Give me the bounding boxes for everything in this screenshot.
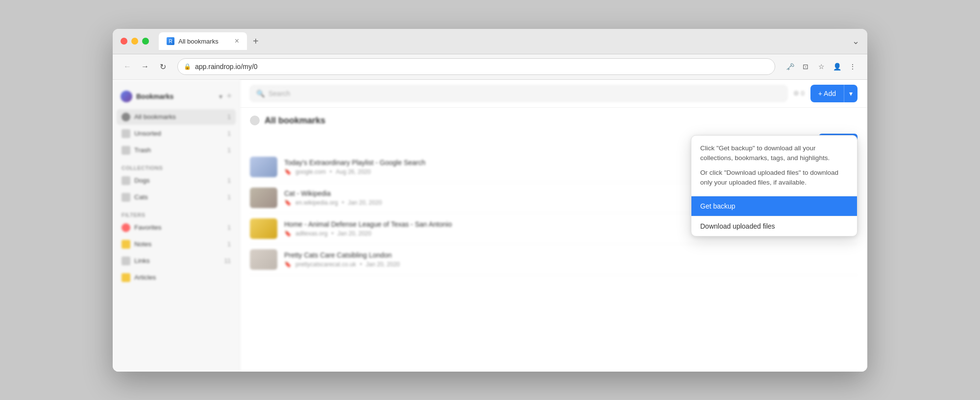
title-bar: R All bookmarks × + ⌄ xyxy=(113,29,867,54)
window-expand-icon[interactable]: ⌄ xyxy=(852,36,859,47)
bookmark-thumbnail xyxy=(250,157,277,177)
bookmark-type-icon: 🔖 xyxy=(284,199,292,206)
page-title: All bookmarks xyxy=(265,116,325,126)
close-button[interactable] xyxy=(121,38,127,45)
sidebar-item-notes[interactable]: Notes 1 xyxy=(117,236,236,252)
filter-count: ⚙ 0 xyxy=(793,90,805,97)
get-backup-label: Get backup xyxy=(700,202,735,210)
download-uploaded-files-option[interactable]: Download uploaded files xyxy=(691,216,857,236)
bookmark-meta: 🔖 prettycatscarecat.co.uk • Jan 20, 2020 xyxy=(284,261,858,268)
sidebar-item-dogs-label: Dogs xyxy=(134,177,150,184)
passwords-icon[interactable]: 🗝️ xyxy=(783,60,797,73)
sidebar-item-links[interactable]: Links 11 xyxy=(117,253,236,269)
content-header: All bookmarks xyxy=(250,116,858,126)
bookmark-title: Pretty Cats Care Catsibling London xyxy=(284,251,858,259)
tab-close-icon[interactable]: × xyxy=(235,37,239,45)
add-button-label: + Add xyxy=(818,90,836,97)
bookmark-type-icon: 🔖 xyxy=(284,261,292,268)
bookmark-source: prettycatscarecat.co.uk xyxy=(295,261,356,268)
traffic-lights xyxy=(121,38,149,45)
bookmark-item[interactable]: Pretty Cats Care Catsibling London 🔖 pre… xyxy=(250,244,858,275)
sidebar-item-articles[interactable]: Articles xyxy=(117,270,236,285)
add-button[interactable]: + Add xyxy=(810,85,844,102)
sidebar-item-cats[interactable]: Cats 1 xyxy=(117,189,236,205)
bookmark-bullet: • xyxy=(331,230,333,237)
address-bar[interactable]: 🔒 app.raindrop.io/my/0 xyxy=(177,58,775,75)
back-icon: ← xyxy=(123,62,131,71)
bookmark-date: Jan 20, 2020 xyxy=(366,261,400,268)
maximize-button[interactable] xyxy=(142,38,149,45)
menu-icon[interactable]: ⋮ xyxy=(846,60,859,73)
sidebar-item-cats-label: Cats xyxy=(134,193,148,201)
main-content: 🔍 Search ⚙ 0 + Add ▾ All bookmarks xyxy=(240,80,867,372)
bookmark-date: Jan 20, 2020 xyxy=(338,230,371,237)
sidebar-item-notes-label: Notes xyxy=(134,240,151,248)
bookmark-source: en.wikipedia.org xyxy=(295,199,338,206)
search-icon: 🔍 xyxy=(256,90,265,97)
get-backup-option[interactable]: Get backup xyxy=(691,196,857,216)
sidebar-item-dogs[interactable]: Dogs 1 xyxy=(117,173,236,188)
add-dropdown-button[interactable]: ▾ xyxy=(844,85,858,102)
app-logo xyxy=(121,91,132,102)
nav-icons-right: 🗝️ ⊡ ☆ 👤 ⋮ xyxy=(783,60,859,73)
bookmark-bullet: • xyxy=(342,199,344,206)
sidebar-item-links-label: Links xyxy=(134,257,150,264)
dropdown-desc-1: Click "Get backup" to download all your … xyxy=(700,143,848,164)
sidebar-item-all-label: All bookmarks xyxy=(134,113,176,120)
content-area: All bookmarks 🕐 By date ↓ ☰ List ⬇ xyxy=(240,108,867,372)
bookmark-bullet: • xyxy=(360,261,362,268)
browser-window: R All bookmarks × + ⌄ ← → ↻ 🔒 app.raindr… xyxy=(113,29,867,372)
reload-button[interactable]: ↻ xyxy=(156,60,170,73)
sidebar-filters-heading: Filters xyxy=(117,206,236,220)
bookmark-type-icon: 🔖 xyxy=(284,230,292,237)
forward-button[interactable]: → xyxy=(138,60,152,73)
add-button-group: + Add ▾ xyxy=(810,85,858,102)
tab-favicon-letter: R xyxy=(169,39,172,44)
sidebar-item-all-bookmarks[interactable]: All bookmarks 1 xyxy=(117,109,236,125)
export-dropdown: Click "Get backup" to download all your … xyxy=(691,135,858,236)
security-icon: 🔒 xyxy=(184,63,191,70)
sidebar-app-title: Bookmarks xyxy=(136,93,217,100)
tab-favicon: R xyxy=(167,37,174,45)
bookmark-type-icon: 🔖 xyxy=(284,168,292,175)
sidebar-collections-heading: Collections xyxy=(117,159,236,173)
bookmark-thumbnail xyxy=(250,218,277,239)
tab-bar: R All bookmarks × + xyxy=(159,32,859,50)
search-box[interactable]: 🔍 Search xyxy=(250,85,787,102)
dropdown-desc-2: Or click "Download uploaded files" to do… xyxy=(700,168,848,188)
nav-bar: ← → ↻ 🔒 app.raindrop.io/my/0 🗝️ ⊡ ☆ 👤 ⋮ xyxy=(113,54,867,80)
address-text: app.raindrop.io/my/0 xyxy=(195,63,769,71)
download-files-label: Download uploaded files xyxy=(700,222,775,230)
sidebar-item-unsorted[interactable]: Unsorted 1 xyxy=(117,126,236,141)
tab-title: All bookmarks xyxy=(178,38,231,45)
sidebar-item-unsorted-label: Unsorted xyxy=(134,130,161,137)
dropdown-description: Click "Get backup" to download all your … xyxy=(691,136,857,196)
screenshot-icon[interactable]: ⊡ xyxy=(799,60,812,73)
app-content: Bookmarks ▾ + All bookmarks 1 Unsorted 1… xyxy=(113,80,867,372)
bookmark-date: Jan 20, 2020 xyxy=(348,199,382,206)
sidebar-header: Bookmarks ▾ + xyxy=(117,88,236,105)
bookmark-source: google.com xyxy=(295,168,326,175)
sidebar: Bookmarks ▾ + All bookmarks 1 Unsorted 1… xyxy=(113,80,240,372)
minimize-button[interactable] xyxy=(131,38,138,45)
profile-icon[interactable]: 👤 xyxy=(830,60,844,73)
active-tab[interactable]: R All bookmarks × xyxy=(159,32,247,50)
sidebar-item-favorites-label: Favorites xyxy=(134,224,162,231)
bookmark-thumbnail xyxy=(250,188,277,208)
search-placeholder: Search xyxy=(269,90,290,97)
bookmark-source: adltexas.org xyxy=(295,230,327,237)
back-button[interactable]: ← xyxy=(121,60,134,73)
bookmark-thumbnail xyxy=(250,249,277,270)
bookmark-star-icon[interactable]: ☆ xyxy=(814,60,828,73)
sidebar-item-trash[interactable]: Trash 1 xyxy=(117,142,236,158)
bookmark-date: Aug 26, 2020 xyxy=(336,168,370,175)
sidebar-item-articles-label: Articles xyxy=(134,274,156,281)
new-tab-button[interactable]: + xyxy=(251,34,261,49)
sidebar-item-favorites[interactable]: Favorites 1 xyxy=(117,220,236,235)
forward-icon: → xyxy=(141,62,149,71)
bookmark-bullet: • xyxy=(330,168,332,175)
bookmark-info: Pretty Cats Care Catsibling London 🔖 pre… xyxy=(284,251,858,268)
reload-icon: ↻ xyxy=(160,62,166,71)
main-toolbar: 🔍 Search ⚙ 0 + Add ▾ xyxy=(240,80,867,108)
sidebar-item-trash-label: Trash xyxy=(134,146,151,154)
